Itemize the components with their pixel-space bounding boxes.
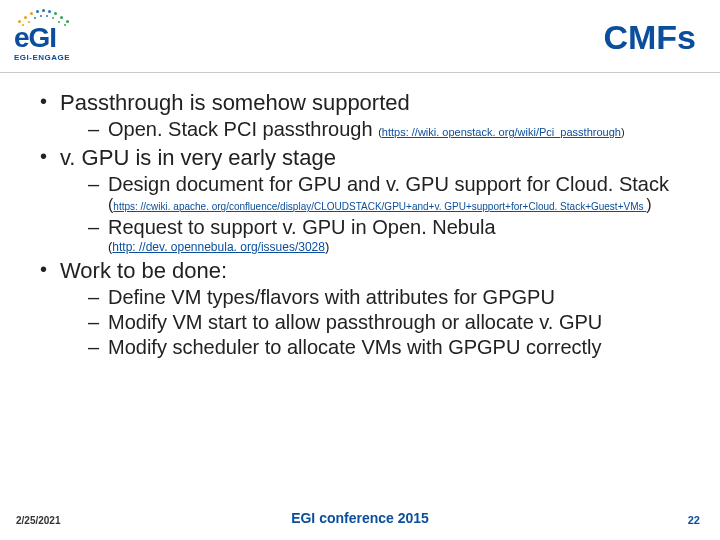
- header-divider: [0, 72, 720, 73]
- link-opennebula[interactable]: http: //dev. opennebula. org/issues/3028: [112, 240, 325, 254]
- link-row-cloudstack: (https: //cwiki. apache. org/confluence/…: [60, 196, 692, 214]
- bullet-text: Modify scheduler to allocate VMs with GP…: [108, 336, 602, 358]
- bullet-text: Define VM types/flavors with attributes …: [108, 286, 555, 308]
- logo-dots-icon: [14, 6, 72, 28]
- bullet-text: Modify VM start to allow passthrough or …: [108, 311, 602, 333]
- bullet-vgpu: v. GPU is in very early stage Design doc…: [38, 145, 692, 254]
- bullet-work: Work to be done: Define VM types/flavors…: [38, 258, 692, 359]
- content: Passthrough is somehow supported Open. S…: [38, 90, 692, 480]
- page-title: CMFs: [603, 18, 696, 57]
- link-cloudstack[interactable]: https: //cwiki. apache. org/confluence/d…: [113, 201, 646, 212]
- slide: eGI EGI-ENGAGE CMFs Passthrough is someh…: [0, 0, 720, 540]
- bullet-passthrough: Passthrough is somehow supported Open. S…: [38, 90, 692, 141]
- logo-brand: eGI: [14, 24, 56, 52]
- page-number: 22: [688, 514, 700, 526]
- logo-subtitle: EGI-ENGAGE: [14, 53, 72, 62]
- bullet-openstack-pci: Open. Stack PCI passthrough (https: //wi…: [60, 118, 692, 141]
- bullet-text: Work to be done:: [60, 258, 227, 283]
- header: eGI EGI-ENGAGE CMFs: [0, 0, 720, 72]
- bullet-text: Design document for GPU and v. GPU suppo…: [108, 173, 669, 195]
- bullet-cloudstack-design: Design document for GPU and v. GPU suppo…: [60, 173, 692, 196]
- link-row-opennebula: (http: //dev. opennebula. org/issues/302…: [60, 239, 692, 254]
- link-openstack-pci[interactable]: https: //wiki. openstack. org/wiki/Pci_p…: [382, 126, 621, 138]
- bullet-opennebula: Request to support v. GPU in Open. Nebul…: [60, 216, 692, 239]
- bullet-modify-scheduler: Modify scheduler to allocate VMs with GP…: [60, 336, 692, 359]
- bullet-text: Passthrough is somehow supported: [60, 90, 410, 115]
- footer-center: EGI conference 2015: [0, 510, 720, 526]
- footer: 2/25/2021 EGI conference 2015 22: [0, 500, 720, 540]
- bullet-text: v. GPU is in very early stage: [60, 145, 336, 170]
- bullet-define-flavors: Define VM types/flavors with attributes …: [60, 286, 692, 309]
- link-wrap: (https: //wiki. openstack. org/wiki/Pci_…: [378, 126, 624, 138]
- bullet-text: Open. Stack PCI passthrough: [108, 118, 378, 140]
- bullet-modify-start: Modify VM start to allow passthrough or …: [60, 311, 692, 334]
- bullet-text: Request to support v. GPU in Open. Nebul…: [108, 216, 496, 238]
- logo: eGI EGI-ENGAGE: [14, 6, 72, 62]
